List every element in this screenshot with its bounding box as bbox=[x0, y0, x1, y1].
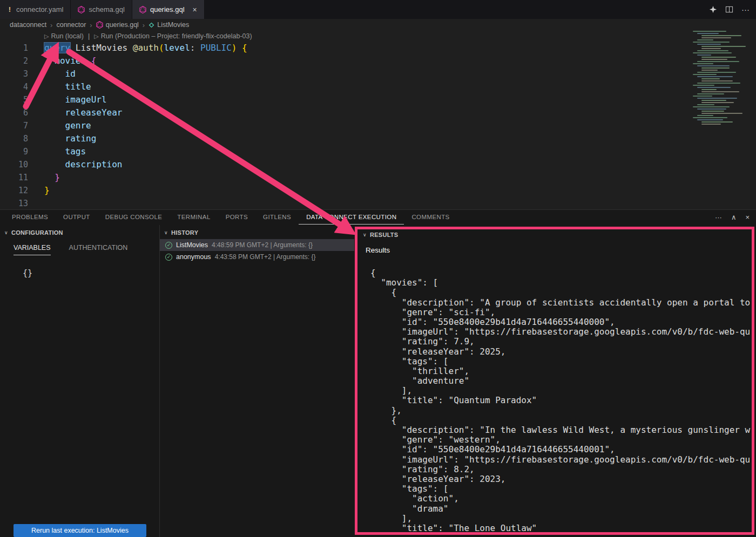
run-local-label: Run (local) bbox=[51, 32, 83, 40]
minimap-line bbox=[693, 106, 730, 107]
history-entry-name: anonymous bbox=[176, 253, 211, 261]
chevron-down-icon: ∨ bbox=[4, 230, 8, 235]
minimap-line bbox=[697, 83, 740, 84]
run-local-link[interactable]: ▷ Run (local) bbox=[44, 32, 84, 40]
panel-tab-ports[interactable]: PORTS bbox=[218, 210, 255, 225]
breadcrumb-item-dataconnect[interactable]: dataconnect bbox=[10, 21, 46, 29]
code-line[interactable]: 13 bbox=[0, 197, 693, 209]
tab-variables[interactable]: VARIABLES bbox=[14, 244, 51, 255]
panel-close-icon[interactable]: × bbox=[745, 213, 750, 221]
minimap-line bbox=[701, 113, 742, 114]
tab-authentication[interactable]: AUTHENTICATION bbox=[69, 244, 128, 255]
minimap-line bbox=[697, 55, 711, 56]
code-line[interactable]: 9 tags bbox=[0, 145, 693, 158]
split-editor-icon[interactable] bbox=[725, 5, 733, 13]
minimap-line bbox=[697, 50, 728, 51]
panel-tab-terminal[interactable]: TERMINAL bbox=[170, 210, 218, 225]
editor-tab-schema-gql[interactable]: schema.gql bbox=[71, 0, 132, 19]
run-production-label: Run (Production – Project: friendly-flix… bbox=[101, 32, 252, 40]
minimap-line bbox=[701, 80, 733, 81]
minimap-line bbox=[701, 67, 730, 69]
code-line[interactable]: 12} bbox=[0, 184, 693, 197]
breadcrumb-item-listmovies[interactable]: ListMovies bbox=[148, 21, 189, 29]
minimap-line bbox=[701, 102, 734, 103]
results-json-line: "description": "A group of scientists ac… bbox=[370, 298, 753, 308]
panel-tabs: PROBLEMSOUTPUTDEBUG CONSOLETERMINALPORTS… bbox=[4, 210, 457, 225]
code-line[interactable]: 3 id bbox=[0, 67, 693, 80]
minimap-line bbox=[697, 98, 737, 99]
code-line[interactable]: 1query ListMovies @auth(level: PUBLIC) { bbox=[0, 42, 693, 55]
editor-tab-connector-yaml[interactable]: !connector.yaml bbox=[0, 0, 71, 19]
minimap-line bbox=[693, 42, 730, 43]
copilot-icon[interactable] bbox=[709, 5, 717, 13]
graphql-icon bbox=[78, 6, 85, 13]
chevron-down-icon: ∨ bbox=[164, 230, 168, 235]
code-line[interactable]: 11 } bbox=[0, 171, 693, 184]
minimap-line bbox=[701, 89, 717, 90]
code-line[interactable]: 2 movies { bbox=[0, 55, 693, 67]
line-number: 7 bbox=[0, 119, 28, 132]
minimap-line bbox=[701, 124, 721, 125]
minimap-line bbox=[701, 59, 727, 60]
editor-tab-queries-gql[interactable]: queries.gql× bbox=[132, 0, 205, 19]
minimap-line bbox=[701, 91, 739, 92]
query-symbol-icon bbox=[148, 22, 154, 28]
variables-value: {} bbox=[23, 268, 159, 278]
results-header[interactable]: ∨ RESULTS bbox=[354, 225, 756, 238]
code-text: title bbox=[28, 80, 91, 93]
run-production-link[interactable]: ▷ Run (Production – Project: friendly-fl… bbox=[94, 32, 252, 40]
configuration-header-label: CONFIGURATION bbox=[11, 229, 63, 236]
configuration-header[interactable]: ∨ CONFIGURATION bbox=[0, 225, 159, 236]
breadcrumb-separator: › bbox=[143, 21, 145, 29]
minimap-line bbox=[693, 117, 727, 118]
code-editor[interactable]: 1query ListMovies @auth(level: PUBLIC) {… bbox=[0, 42, 693, 209]
code-line[interactable]: 8 rating bbox=[0, 132, 693, 145]
history-entry-meta: 4:43:58 PM GMT+2 | Arguments: {} bbox=[215, 253, 316, 261]
results-json-line: ], bbox=[370, 514, 753, 524]
codelens-separator: | bbox=[88, 32, 90, 40]
tab-close-icon[interactable]: × bbox=[193, 5, 197, 14]
minimap[interactable] bbox=[693, 31, 754, 130]
code-line[interactable]: 4 title bbox=[0, 80, 693, 93]
history-entry-anonymous[interactable]: ✓anonymous4:43:58 PM GMT+2 | Arguments: … bbox=[160, 251, 354, 263]
panel-tab-comments[interactable]: COMMENTS bbox=[404, 210, 457, 225]
rerun-button[interactable]: Rerun last execution: ListMovies bbox=[14, 524, 146, 537]
minimap-line bbox=[697, 119, 723, 120]
panel-more-icon[interactable]: ··· bbox=[715, 213, 722, 221]
panel-tab-debug-console[interactable]: DEBUG CONSOLE bbox=[98, 210, 170, 225]
history-header[interactable]: ∨ HISTORY bbox=[160, 225, 354, 236]
minimap-line bbox=[701, 46, 746, 47]
code-line[interactable]: 6 releaseYear bbox=[0, 106, 693, 119]
results-json-line: "title": "Quantum Paradox" bbox=[370, 396, 753, 405]
panel-tab-data-connect-execution[interactable]: DATA CONNECT EXECUTION bbox=[299, 210, 404, 225]
breadcrumb-item-queries-gql[interactable]: queries.gql bbox=[96, 21, 139, 29]
results-json-output[interactable]: { "movies": [ { "description": "A group … bbox=[370, 268, 753, 534]
code-line[interactable]: 7 genre bbox=[0, 119, 693, 132]
minimap-line bbox=[701, 78, 720, 79]
results-json-line: "releaseYear": 2025, bbox=[370, 347, 753, 357]
code-line[interactable]: 10 description bbox=[0, 158, 693, 171]
breadcrumb-item-connector[interactable]: connector bbox=[56, 21, 86, 29]
codelens: ▷ Run (local) | ▷ Run (Production – Proj… bbox=[44, 31, 252, 41]
minimap-line bbox=[701, 37, 731, 38]
results-json-line: { bbox=[370, 268, 753, 278]
minimap-line bbox=[697, 104, 714, 105]
panel-tab-output[interactable]: OUTPUT bbox=[56, 210, 98, 225]
configuration-section: ∨ CONFIGURATION VARIABLES AUTHENTICATION… bbox=[0, 225, 160, 537]
minimap-line bbox=[697, 76, 733, 77]
code-text: id bbox=[28, 67, 76, 80]
graphql-icon bbox=[96, 21, 103, 29]
editor-more-actions-icon[interactable]: ··· bbox=[741, 5, 750, 14]
history-entry-listmovies[interactable]: ✓ListMovies4:48:59 PM GMT+2 | Arguments:… bbox=[160, 239, 354, 251]
history-header-label: HISTORY bbox=[171, 229, 198, 236]
results-json-line: }, bbox=[370, 533, 753, 534]
results-header-label: RESULTS bbox=[370, 232, 399, 238]
results-json-line: "imageUrl": "https://firebasestorage.goo… bbox=[370, 327, 753, 337]
panel-tab-gitlens[interactable]: GITLENS bbox=[255, 210, 299, 225]
editor-tabs: !connector.yamlschema.gqlqueries.gql× bbox=[0, 0, 205, 19]
line-number: 1 bbox=[0, 42, 28, 55]
panel-tab-problems[interactable]: PROBLEMS bbox=[4, 210, 56, 225]
panel-maximize-icon[interactable]: ∧ bbox=[731, 213, 737, 221]
code-line[interactable]: 5 imageUrl bbox=[0, 93, 693, 106]
results-json-line: { bbox=[370, 288, 753, 297]
